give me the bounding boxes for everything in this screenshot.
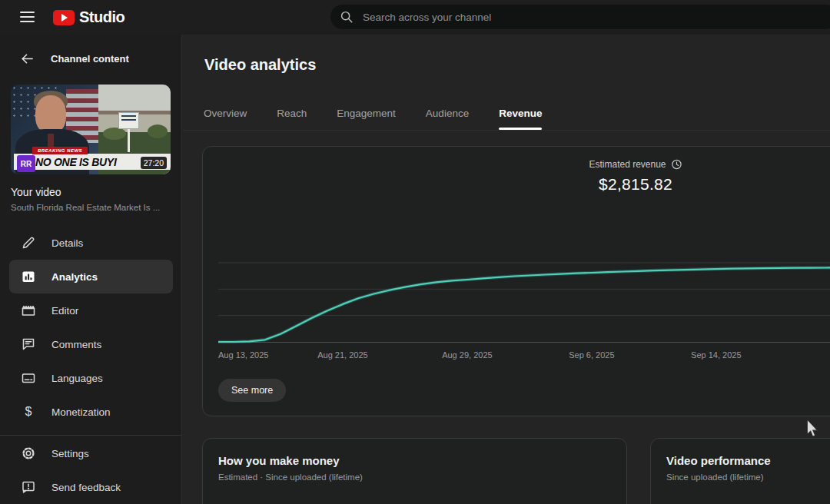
sidebar-item-comments[interactable]: Comments [9, 327, 173, 361]
brand-name: Studio [79, 8, 124, 26]
see-more-button[interactable]: See more [218, 379, 286, 402]
sidebar: Channel content NO ONE IS BUYI BREAKING … [0, 35, 182, 504]
analytics-icon [21, 269, 36, 284]
sidebar-item-label: Analytics [51, 271, 98, 283]
back-label[interactable]: Channel content [51, 53, 129, 65]
tab-overview[interactable]: Overview [204, 99, 247, 130]
sidebar-item-label: Languages [51, 373, 103, 384]
metric-label: Estimated revenue [589, 159, 666, 170]
back-row: Channel content [0, 51, 129, 66]
sidebar-item-label: Monetization [51, 406, 111, 418]
dollar-icon: $ [21, 404, 36, 419]
sidebar-item-languages[interactable]: Languages [9, 361, 173, 395]
youtube-play-icon [53, 10, 75, 25]
x-tick-label: Aug 13, 2025 [218, 350, 268, 360]
video-performance-card[interactable]: Video performance Since uploaded (lifeti… [650, 438, 830, 504]
video-title: South Florida Real Estate Market Is ... [11, 203, 164, 212]
pencil-icon [21, 235, 36, 250]
top-bar: Studio [0, 0, 830, 35]
sidebar-item-analytics[interactable]: Analytics [9, 260, 173, 293]
sidebar-item-editor[interactable]: Editor [9, 293, 173, 327]
metric-label-row: Estimated revenue [589, 159, 682, 170]
revenue-chart-card: Estimated revenue $2,815.82 Aug 13, 2025… [202, 146, 830, 416]
how-you-make-money-card[interactable]: How you make money Estimated · Since upl… [202, 438, 627, 504]
chart-x-axis-labels: Aug 13, 2025Aug 21, 2025Aug 29, 2025Sep … [218, 350, 830, 361]
sidebar-item-label: Send feedback [51, 482, 121, 493]
your-video-label: Your video [11, 186, 61, 198]
sidebar-menu: DetailsAnalyticsEditorCommentsLanguages$… [0, 226, 182, 429]
sidebar-item-label: Editor [51, 305, 78, 317]
search-input[interactable] [363, 12, 686, 23]
analytics-tabs: OverviewReachEngagementAudienceRevenue [183, 99, 830, 131]
page-title: Video analytics [204, 56, 316, 74]
editor-icon [21, 303, 36, 318]
card-title: Video performance [666, 454, 830, 467]
x-tick-label: Sep 6, 2025 [569, 350, 614, 360]
video-thumbnail[interactable]: NO ONE IS BUYI BREAKING NEWS RR 27:20 [11, 85, 171, 174]
metric-block: Estimated revenue $2,815.82 [589, 159, 682, 194]
tab-engagement[interactable]: Engagement [337, 99, 396, 130]
main-content: Video analytics OverviewReachEngagementA… [183, 35, 830, 504]
x-tick-label: Aug 21, 2025 [317, 350, 367, 360]
x-tick-label: Sep 14, 2025 [691, 350, 741, 360]
gear-icon [21, 446, 36, 461]
video-duration-badge: 27:20 [141, 157, 167, 169]
tab-reach[interactable]: Reach [277, 99, 307, 130]
thumbnail-banner: BREAKING NEWS [32, 147, 88, 154]
clock-icon [672, 159, 682, 170]
sidebar-item-label: Details [51, 237, 83, 249]
sidebar-item-monetization[interactable]: $Monetization [9, 395, 173, 429]
languages-icon [21, 370, 36, 386]
thumbnail-channel-badge: RR [17, 155, 35, 172]
x-tick-label: Aug 29, 2025 [442, 350, 492, 360]
youtube-studio-app: Studio Channel content NO ONE IS BUYI BR… [0, 0, 830, 504]
sidebar-divider [0, 435, 182, 436]
revenue-line-chart[interactable] [218, 224, 830, 346]
hamburger-menu-icon[interactable] [20, 12, 35, 22]
info-cards-row: How you make money Estimated · Since upl… [202, 438, 830, 504]
card-subtitle: Since uploaded (lifetime) [666, 472, 830, 482]
sidebar-footer-menu: SettingsSend feedback [0, 436, 182, 504]
sidebar-item-send-feedback[interactable]: Send feedback [9, 470, 173, 504]
search-icon [340, 10, 354, 24]
studio-logo[interactable]: Studio [53, 8, 124, 26]
sidebar-item-settings[interactable]: Settings [9, 436, 173, 470]
tab-audience[interactable]: Audience [426, 99, 469, 130]
sidebar-item-label: Settings [51, 448, 89, 459]
feedback-icon [21, 479, 36, 495]
tab-revenue[interactable]: Revenue [499, 99, 542, 130]
comments-icon [21, 337, 36, 352]
card-subtitle: Estimated · Since uploaded (lifetime) [218, 472, 611, 482]
back-arrow-icon[interactable] [20, 51, 35, 66]
card-title: How you make money [218, 454, 611, 467]
search-bar[interactable] [330, 5, 830, 29]
sidebar-item-label: Comments [51, 339, 101, 350]
sidebar-item-details[interactable]: Details [9, 226, 173, 260]
metric-value: $2,815.82 [589, 175, 682, 194]
